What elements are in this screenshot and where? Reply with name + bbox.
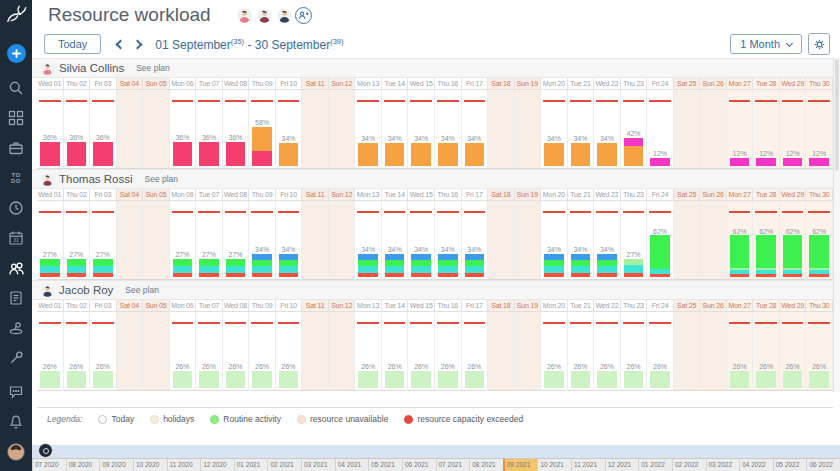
timeline-month[interactable]: 02 2022 bbox=[672, 459, 706, 471]
workload-bar[interactable] bbox=[438, 371, 458, 388]
day-cell[interactable]: 36% bbox=[223, 90, 250, 169]
day-cell[interactable] bbox=[488, 90, 515, 169]
workload-bar[interactable] bbox=[385, 254, 405, 277]
workload-bar[interactable] bbox=[783, 235, 803, 277]
timeline-month[interactable]: 09 2020 bbox=[99, 459, 133, 471]
workload-bar[interactable] bbox=[411, 143, 431, 166]
workload-bar[interactable] bbox=[756, 158, 776, 166]
day-cell[interactable]: 27% bbox=[37, 201, 64, 280]
workload-bar[interactable] bbox=[199, 371, 219, 388]
workload-bar[interactable] bbox=[465, 371, 485, 388]
workload-bar[interactable] bbox=[809, 371, 829, 388]
workload-bar[interactable] bbox=[93, 142, 113, 166]
today-button[interactable]: Today bbox=[44, 34, 101, 54]
day-cell[interactable]: 27% bbox=[170, 201, 197, 280]
day-cell[interactable] bbox=[143, 90, 170, 169]
day-cell[interactable]: 26% bbox=[594, 312, 621, 391]
day-cell[interactable] bbox=[515, 90, 542, 169]
clock-icon[interactable] bbox=[3, 195, 29, 221]
day-cell[interactable]: 34% bbox=[435, 90, 462, 169]
day-cell[interactable]: 36% bbox=[37, 90, 64, 169]
day-cell[interactable] bbox=[488, 201, 515, 280]
day-cell[interactable]: 26% bbox=[462, 312, 489, 391]
day-cell[interactable]: 26% bbox=[568, 312, 595, 391]
workload-bar[interactable] bbox=[624, 259, 644, 277]
previous-period-button[interactable] bbox=[116, 39, 126, 49]
workload-bar[interactable] bbox=[226, 371, 246, 388]
day-cell[interactable] bbox=[700, 201, 727, 280]
workload-bar[interactable] bbox=[809, 158, 829, 166]
timeline-month[interactable]: 05 2021 bbox=[368, 459, 402, 471]
workload-bar[interactable] bbox=[226, 142, 246, 166]
workload-bar[interactable] bbox=[199, 259, 219, 277]
workload-bar[interactable] bbox=[571, 254, 591, 277]
day-cell[interactable]: 26% bbox=[753, 312, 780, 391]
user-avatar[interactable] bbox=[3, 439, 29, 465]
day-cell[interactable] bbox=[302, 312, 329, 391]
day-cell[interactable]: 62% bbox=[727, 201, 754, 280]
workload-bar[interactable] bbox=[411, 371, 431, 388]
day-cell[interactable]: 12% bbox=[780, 90, 807, 169]
resource-filter-avatar-2[interactable] bbox=[257, 8, 272, 23]
workload-bar[interactable] bbox=[438, 254, 458, 277]
day-cell[interactable]: 36% bbox=[196, 90, 223, 169]
timeline-month[interactable]: 06 2022 bbox=[806, 459, 840, 471]
day-cell[interactable]: 27% bbox=[64, 201, 91, 280]
workload-bar[interactable] bbox=[40, 142, 60, 166]
workload-bar[interactable] bbox=[597, 143, 617, 166]
day-cell[interactable]: 34% bbox=[276, 90, 303, 169]
day-cell[interactable]: 26% bbox=[435, 312, 462, 391]
day-cell[interactable]: 26% bbox=[223, 312, 250, 391]
see-plan-link[interactable]: See plan bbox=[125, 285, 159, 295]
see-plan-link[interactable]: See plan bbox=[136, 63, 170, 73]
stamp-icon[interactable] bbox=[3, 315, 29, 341]
day-cell[interactable]: 62% bbox=[647, 201, 674, 280]
timeline-month[interactable]: 04 2022 bbox=[739, 459, 773, 471]
timeline-month[interactable]: 11 2020 bbox=[167, 459, 201, 471]
day-cell[interactable]: 27% bbox=[621, 201, 648, 280]
timeline-month[interactable]: 03 2022 bbox=[706, 459, 740, 471]
day-cell[interactable]: 34% bbox=[594, 201, 621, 280]
day-cell[interactable]: 26% bbox=[382, 312, 409, 391]
day-cell[interactable]: 62% bbox=[753, 201, 780, 280]
day-cell[interactable]: 26% bbox=[196, 312, 223, 391]
workload-bar[interactable] bbox=[93, 371, 113, 388]
workload-bar[interactable] bbox=[730, 235, 750, 277]
timeline-month[interactable]: 05 2022 bbox=[773, 459, 807, 471]
workload-bar[interactable] bbox=[93, 259, 113, 277]
day-cell[interactable]: 62% bbox=[806, 201, 833, 280]
day-cell[interactable]: 34% bbox=[541, 90, 568, 169]
workload-bar[interactable] bbox=[597, 254, 617, 277]
workload-bar[interactable] bbox=[809, 235, 829, 277]
workload-bar[interactable] bbox=[624, 138, 644, 166]
tools-icon[interactable] bbox=[3, 345, 29, 371]
day-cell[interactable]: 34% bbox=[462, 90, 489, 169]
workload-bar[interactable] bbox=[67, 259, 87, 277]
period-select[interactable]: 1 Month bbox=[730, 34, 802, 54]
day-cell[interactable]: 34% bbox=[355, 201, 382, 280]
day-cell[interactable]: 34% bbox=[541, 201, 568, 280]
workload-bar[interactable] bbox=[173, 259, 193, 277]
day-cell[interactable]: 58% bbox=[249, 90, 276, 169]
day-cell[interactable]: 12% bbox=[806, 90, 833, 169]
workload-bar[interactable] bbox=[730, 158, 750, 166]
workload-bar[interactable] bbox=[650, 371, 670, 388]
day-cell[interactable]: 26% bbox=[780, 312, 807, 391]
workload-bar[interactable] bbox=[279, 143, 299, 166]
day-cell[interactable]: 34% bbox=[355, 90, 382, 169]
timeline-month[interactable]: 10 2021 bbox=[537, 459, 571, 471]
twproject-logo-icon[interactable] bbox=[3, 2, 29, 28]
workload-bar[interactable] bbox=[40, 259, 60, 277]
day-cell[interactable]: 34% bbox=[568, 90, 595, 169]
day-cell[interactable]: 26% bbox=[170, 312, 197, 391]
workload-bar[interactable] bbox=[67, 371, 87, 388]
workload-bar[interactable] bbox=[279, 254, 299, 277]
day-cell[interactable] bbox=[515, 312, 542, 391]
day-cell[interactable]: 12% bbox=[647, 90, 674, 169]
timeline-month[interactable]: 12 2021 bbox=[605, 459, 639, 471]
workload-bar[interactable] bbox=[226, 259, 246, 277]
day-cell[interactable]: 12% bbox=[753, 90, 780, 169]
workload-bar[interactable] bbox=[783, 158, 803, 166]
workload-bar[interactable] bbox=[358, 143, 378, 166]
workload-bar[interactable] bbox=[756, 371, 776, 388]
